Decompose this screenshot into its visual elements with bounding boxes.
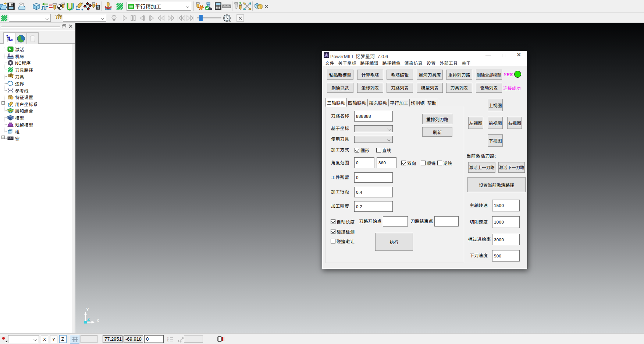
svg-text:X: X [96,318,99,323]
svg-text:z: z [167,340,168,342]
svg-text:Y: Y [86,307,89,312]
svg-text:Z: Z [87,317,90,322]
